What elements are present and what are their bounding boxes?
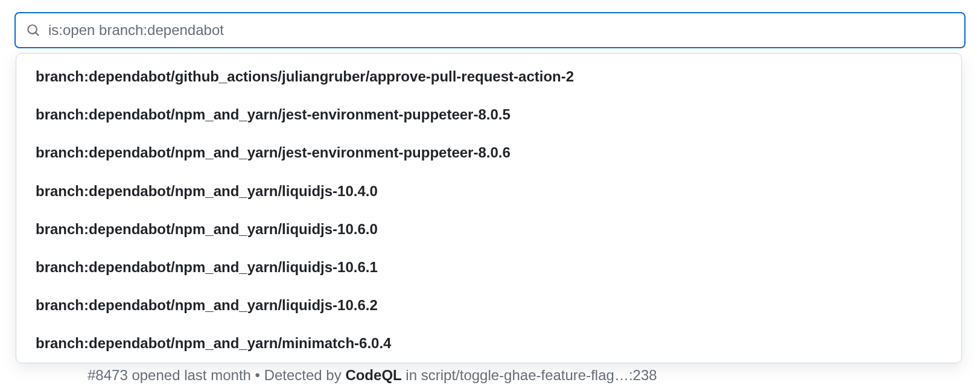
suggestion-item[interactable]: branch:dependabot/npm_and_yarn/liquidjs-…	[16, 172, 961, 210]
suggestion-item[interactable]: branch:dependabot/npm_and_yarn/jest-envi…	[16, 95, 961, 133]
suggestion-item[interactable]: branch:dependabot/npm_and_yarn/liquidjs-…	[16, 248, 961, 286]
suggestion-item[interactable]: branch:dependabot/github_actions/juliang…	[16, 54, 961, 95]
search-icon	[27, 24, 40, 37]
suggestion-item[interactable]: branch:dependabot/npm_and_yarn/liquidjs-…	[16, 286, 961, 324]
suggestion-item[interactable]: branch:dependabot/npm_and_yarn/minimatch…	[16, 324, 961, 362]
autocomplete-dropdown: branch:dependabot/github_actions/juliang…	[16, 53, 962, 363]
suggestion-item[interactable]: branch:dependabot/npm_and_yarn/liquidjs-…	[16, 210, 961, 248]
opened-text: opened last month • Detected by	[128, 367, 346, 383]
file-path: in script/toggle-ghae-feature-flag…:238	[402, 367, 657, 383]
search-box[interactable]	[14, 12, 966, 48]
detector-name: CodeQL	[345, 367, 401, 383]
search-container: branch:dependabot/github_actions/juliang…	[14, 12, 966, 48]
search-input[interactable]	[48, 22, 953, 39]
background-result-row: #8473 opened last month • Detected by Co…	[88, 367, 657, 384]
issue-id: #8473	[88, 367, 128, 383]
suggestion-item[interactable]: branch:dependabot/npm_and_yarn/jest-envi…	[16, 133, 961, 171]
